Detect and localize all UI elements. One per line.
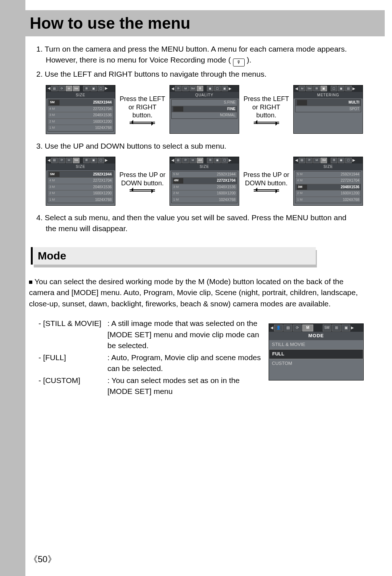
menu-row: 2 M1600X1200: [48, 190, 113, 197]
step-1: 1. Turn on the camera and press the MENU…: [36, 44, 363, 67]
mode-heading-bar: Mode: [31, 247, 314, 265]
step-3: 3. Use the UP and DOWN buttons to select…: [36, 141, 363, 152]
menu-row: 1 M1024X768: [48, 125, 113, 131]
cam-screen-size-1: ◀ ▤⟳M 5M ⊞▣▢ ▶ SIZE 5M2592X19444 M2272X1…: [46, 85, 115, 134]
mode-item-full-val: : Auto, Program, Movie clip and scene mo…: [107, 352, 264, 374]
menu-row: SPOT: [295, 106, 361, 112]
menu-row: 4 M2272X1704: [48, 178, 113, 184]
cam-screen-size-3m: ◀ ▤⟳M 3M ⊞▣▢ ▶ SIZE 5 M2592X19444 M2272X…: [293, 157, 363, 206]
mode-heading: Mode: [38, 250, 66, 262]
main-content: 1. Turn on the camera and press the MENU…: [36, 44, 363, 237]
menu-row: 4M2272X1704: [172, 178, 237, 184]
menu-row: S.FINE: [172, 100, 237, 106]
menu-row: MULTI: [295, 100, 361, 106]
lr-instruction-1: Press the LEFTor RIGHT button.: [119, 95, 166, 124]
menu-row: 5M2592X1944: [48, 100, 113, 106]
menu-row: 4 M2272X1704: [295, 178, 361, 184]
step-2: 2. Use the LEFT and RIGHT buttons to nav…: [36, 69, 363, 80]
mode-intro: You can select the desired working mode …: [29, 276, 363, 309]
menu-row: 5 M2592X1944: [172, 172, 237, 178]
menu-row: FULL: [269, 349, 363, 359]
menu-row: 2 M1600X1200: [295, 190, 361, 197]
menu-row: 3 M2048X1536: [172, 184, 237, 191]
lr-instruction-2: Press the LEFTor RIGHT button.: [243, 95, 290, 124]
cam-screen-size-4m: ◀ ▤⟳M 4M ⊞▣▢ ▶ SIZE 5 M2592X19444M2272X1…: [170, 157, 239, 206]
menu-row: STILL & MOVIE: [269, 340, 363, 349]
manual-page: How to use the menu 1. Turn on the camer…: [0, 0, 392, 576]
mode-item-custom-key: - [CUSTOM]: [38, 375, 107, 397]
row-ud-screens: ◀ ▤⟳M 5M ⊞▣▢ ▶ SIZE 5M2592X19444 M2272X1…: [46, 157, 363, 206]
mode-item-still-movie-val: : A still image mode that was selected o…: [107, 318, 264, 351]
arrows-ud-icon: [243, 189, 290, 192]
menu-row: 5M2592X1944: [48, 172, 113, 178]
mode-option-list: - [STILL & MOVIE] : A still image mode t…: [38, 318, 264, 397]
voice-recording-icon: 🎙: [233, 59, 245, 67]
menu-row: 1 M1024X768: [172, 197, 237, 203]
menu-row: 3 M2048X1536: [48, 184, 113, 191]
menu-row: 2 M1600X1200: [48, 119, 113, 125]
cam-screen-size-5m: ◀ ▤⟳M 5M ⊞▣▢ ▶ SIZE 5M2592X19444 M2272X1…: [46, 157, 115, 206]
menu-row: 3M2048X1536: [295, 184, 361, 191]
menu-row: 1 M1024X768: [295, 197, 361, 203]
arrows-lr-icon: [119, 122, 166, 124]
ud-instruction-1: Press the UP orDOWN button.: [119, 171, 166, 192]
menu-row: NORMAL: [172, 112, 237, 118]
ud-instruction-2: Press the UP orDOWN button.: [243, 171, 290, 192]
arrows-ud-icon: [119, 189, 166, 192]
menu-row: 5 M2592X1944: [295, 172, 361, 178]
square-bullet-icon: [29, 281, 32, 284]
page-title-bar: How to use the menu: [25, 10, 385, 36]
cam-screen-metering: ◀ M5M⊞ ▣ ▢▣▤ ▶ METERING MULTISPOT: [293, 85, 363, 134]
page-number: 《50》: [29, 553, 56, 565]
row-lr-screens: ◀ ▤⟳M 5M ⊞▣▢ ▶ SIZE 5M2592X19444 M2272X1…: [46, 85, 363, 134]
menu-row: CUSTOM: [269, 359, 363, 368]
mode-item-custom-val: : You can select modes set as on in the …: [107, 375, 264, 397]
menu-row: 4 M2272X1704: [48, 106, 113, 113]
mode-menu-screenshot: ◀ 👤▤⟳ M 5M⊞▣ ▶ MODE STILL & MOVIEFULLCUS…: [269, 323, 363, 380]
mode-section: You can select the desired working mode …: [29, 276, 363, 397]
mode-item-still-movie-key: - [STILL & MOVIE]: [38, 318, 107, 351]
page-margin-bar: [0, 0, 25, 576]
menu-row: FINE: [172, 106, 237, 113]
arrows-lr-icon: [243, 122, 290, 124]
menu-row: 1 M1024X768: [48, 197, 113, 203]
cam-screen-quality: ◀ ⟳M5M ⊞ ▣▢▣ ▶ QUALITY S.FINEFINENORMAL: [170, 85, 239, 134]
menu-row: 3 M2048X1536: [48, 112, 113, 119]
page-title: How to use the menu: [30, 14, 190, 32]
mode-item-full-key: - [FULL]: [38, 352, 107, 374]
step-4: 4. Select a sub menu, and then the value…: [36, 212, 363, 234]
menu-row: 2 M1600X1200: [172, 190, 237, 197]
